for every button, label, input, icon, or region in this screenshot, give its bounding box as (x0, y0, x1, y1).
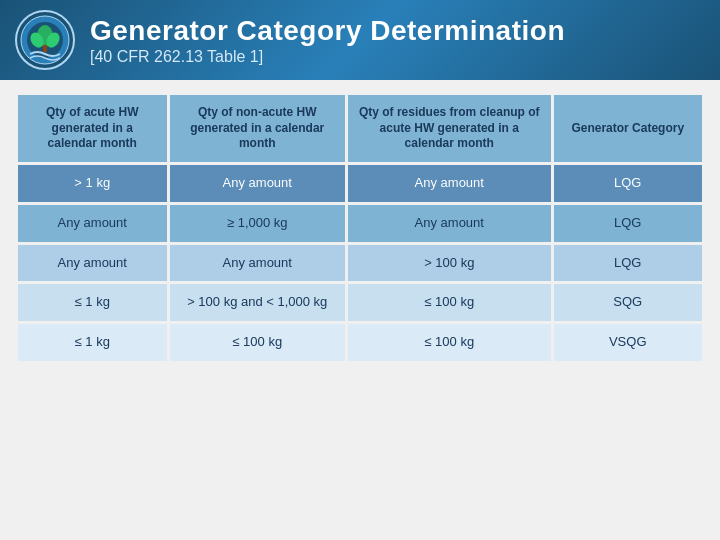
table-cell-0-3: LQG (554, 165, 703, 202)
table-container: Qty of acute HW generated in a calendar … (0, 80, 720, 376)
epa-logo-icon (15, 10, 75, 70)
table-header-row: Qty of acute HW generated in a calendar … (18, 95, 702, 162)
table-cell-4-2: ≤ 100 kg (348, 324, 551, 361)
table-cell-4-1: ≤ 100 kg (170, 324, 346, 361)
table-cell-2-0: Any amount (18, 245, 167, 282)
table-cell-1-2: Any amount (348, 205, 551, 242)
table-row: Any amountAny amount> 100 kgLQG (18, 245, 702, 282)
page-subtitle: [40 CFR 262.13 Table 1] (90, 48, 565, 66)
table-cell-0-0: > 1 kg (18, 165, 167, 202)
table-cell-2-3: LQG (554, 245, 703, 282)
generator-category-table: Qty of acute HW generated in a calendar … (15, 92, 705, 364)
table-cell-3-3: SQG (554, 284, 703, 321)
table-cell-4-3: VSQG (554, 324, 703, 361)
table-cell-2-2: > 100 kg (348, 245, 551, 282)
table-row: ≤ 1 kg≤ 100 kg≤ 100 kgVSQG (18, 324, 702, 361)
column-header-4: Generator Category (554, 95, 703, 162)
table-row: Any amount≥ 1,000 kgAny amountLQG (18, 205, 702, 242)
table-cell-0-2: Any amount (348, 165, 551, 202)
table-cell-1-3: LQG (554, 205, 703, 242)
column-header-3: Qty of residues from cleanup of acute HW… (348, 95, 551, 162)
table-row: ≤ 1 kg> 100 kg and < 1,000 kg≤ 100 kgSQG (18, 284, 702, 321)
page-title: Generator Category Determination (90, 14, 565, 48)
table-cell-4-0: ≤ 1 kg (18, 324, 167, 361)
column-header-2: Qty of non-acute HW generated in a calen… (170, 95, 346, 162)
table-cell-0-1: Any amount (170, 165, 346, 202)
svg-rect-6 (43, 45, 47, 52)
page-header: Generator Category Determination [40 CFR… (0, 0, 720, 80)
table-row: > 1 kgAny amountAny amountLQG (18, 165, 702, 202)
table-cell-3-2: ≤ 100 kg (348, 284, 551, 321)
column-header-1: Qty of acute HW generated in a calendar … (18, 95, 167, 162)
table-cell-2-1: Any amount (170, 245, 346, 282)
table-cell-1-0: Any amount (18, 205, 167, 242)
table-cell-3-1: > 100 kg and < 1,000 kg (170, 284, 346, 321)
table-cell-1-1: ≥ 1,000 kg (170, 205, 346, 242)
table-cell-3-0: ≤ 1 kg (18, 284, 167, 321)
header-text-block: Generator Category Determination [40 CFR… (90, 14, 565, 66)
